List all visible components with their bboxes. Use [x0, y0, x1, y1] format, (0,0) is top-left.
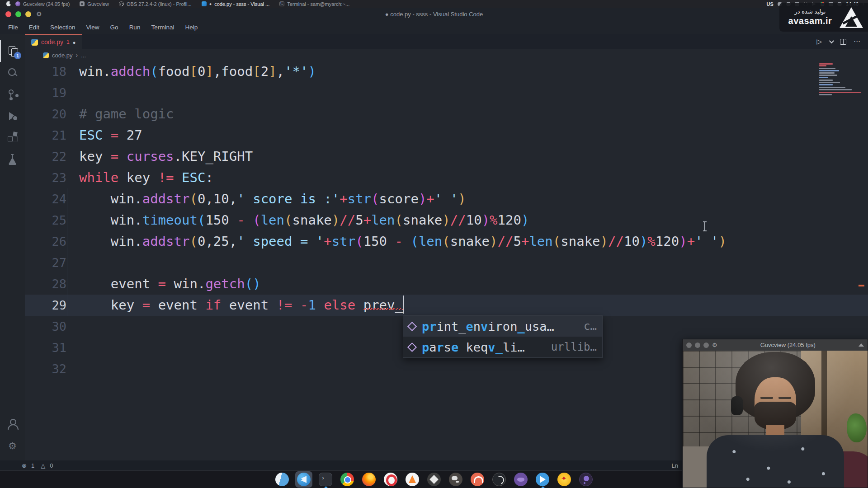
line-number: 22: [25, 146, 66, 167]
webcam-titlebar[interactable]: ⚙ Guvcview (24.05 fps): [683, 339, 868, 351]
dock-item-terminal[interactable]: [317, 471, 334, 488]
window-maximize-button[interactable]: [25, 11, 31, 17]
tab-label: code.py: [41, 38, 63, 46]
os-app-obs[interactable]: OBS 27.2.4-2 (linux) - Profil...: [119, 1, 192, 7]
tab-bar: code.py 1 ▷ ⋯: [25, 34, 868, 49]
activity-bar: 1 ⚙: [0, 34, 25, 460]
dock-item-blue-app[interactable]: [534, 471, 551, 488]
menu-help[interactable]: Help: [179, 22, 203, 33]
dock-item-purple-circle[interactable]: [577, 471, 594, 488]
os-app-camera[interactable]: Guvcview: [80, 1, 109, 7]
code-line-28[interactable]: 28 event = win.getch(): [25, 273, 868, 295]
activity-extensions[interactable]: [0, 127, 25, 149]
suggestion-item[interactable]: print_environ_usa…c…: [403, 316, 602, 337]
menu-selection[interactable]: Selection: [45, 22, 81, 33]
activity-source-control[interactable]: [0, 84, 25, 105]
breadcrumb-separator-icon: ›: [76, 52, 78, 59]
source-control-icon: [7, 89, 19, 100]
os-app-terminal[interactable]: Terminal - sam@myarch:~...: [279, 1, 349, 7]
suggestion-label: parse_keqv_li…: [422, 340, 525, 354]
dock-item-vlc[interactable]: [404, 471, 421, 488]
dock-item-obs[interactable]: [491, 471, 508, 488]
suggestion-item[interactable]: parse_keqv_li…urllib…: [403, 337, 602, 357]
webcam-minimize-button[interactable]: [695, 343, 700, 348]
keyboard-layout-indicator[interactable]: US: [767, 1, 774, 7]
dock-item-purple-app[interactable]: [512, 471, 529, 488]
line-number: 23: [25, 167, 66, 188]
line-content: win.addstr(0,25,' speed = '+str(150 - (l…: [66, 231, 726, 252]
code-line-18[interactable]: 18win.addch(food[0],food[2],'*'): [25, 61, 868, 82]
code-line-25[interactable]: 25 win.timeout(150 - (len(snake)//5+len(…: [25, 210, 868, 231]
webcam-shade-icon[interactable]: [859, 343, 864, 347]
code-line-27[interactable]: 27: [25, 252, 868, 273]
code-line-29[interactable]: 29 key = event if event != -1 else prev_: [25, 295, 868, 316]
menu-file[interactable]: File: [3, 22, 24, 33]
titlebar[interactable]: ⚙ ● code.py - ssss - Visual Studio Code: [0, 8, 868, 20]
activity-search[interactable]: [0, 62, 25, 84]
code-line-24[interactable]: 24 win.addstr(0,10,' score is :'+str(sco…: [25, 188, 868, 210]
tab-code-py[interactable]: code.py 1: [25, 34, 82, 49]
breadcrumb[interactable]: code.py › ...: [25, 49, 868, 61]
activity-explorer[interactable]: 1: [0, 40, 25, 62]
activity-run-debug[interactable]: [0, 105, 25, 127]
python-file-icon: [31, 39, 38, 46]
dock-item-firefox[interactable]: [360, 471, 377, 488]
code-line-21[interactable]: 21ESC = 27: [25, 125, 868, 146]
menu-edit[interactable]: Edit: [24, 22, 45, 33]
line-content: win.addstr(0,10,' score is :'+str(score)…: [66, 188, 466, 210]
intellisense-popup: print_environ_usa…c…parse_keqv_li…urllib…: [403, 315, 603, 358]
dock-item-vscode[interactable]: [295, 471, 312, 488]
code-line-23[interactable]: 23while key != ESC:: [25, 167, 868, 188]
os-app-vscode[interactable]: ●code.py - ssss - Visual ...: [202, 1, 270, 7]
suggestion-label: print_environ_usa…: [422, 319, 554, 333]
os-menu-bar: Guvcview (24.05 fps)GuvcviewOBS 27.2.4-2…: [0, 0, 868, 8]
code-line-20[interactable]: 20# game logic: [25, 103, 868, 125]
apple-menu-icon[interactable]: [6, 1, 11, 6]
line-number: 31: [25, 337, 66, 358]
window-gear-icon[interactable]: ⚙: [36, 10, 42, 18]
webcam-close-button[interactable]: [686, 343, 692, 348]
suggestion-detail: c…: [584, 320, 597, 333]
breadcrumb-file[interactable]: code.py: [52, 52, 73, 59]
run-dropdown-icon[interactable]: [829, 38, 834, 43]
problems-indicator[interactable]: ⊗ 1 △ 0: [22, 462, 53, 469]
webcam-window[interactable]: ⚙ Guvcview (24.05 fps): [682, 339, 868, 488]
webcam-maximize-button[interactable]: [703, 343, 709, 348]
menu-view[interactable]: View: [81, 22, 105, 33]
testing-icon: [8, 154, 18, 165]
mouse-ibeam-cursor: [704, 222, 705, 230]
dock-item-chrome[interactable]: [339, 471, 356, 488]
activity-account[interactable]: [0, 413, 25, 435]
dock-item-file-manager[interactable]: [274, 471, 291, 488]
line-content: [66, 82, 79, 103]
dock-item-inkscape[interactable]: [425, 471, 443, 488]
line-content: ESC = 27: [66, 125, 142, 146]
dock-item-gimp[interactable]: [447, 471, 464, 488]
line-number: 29: [25, 295, 66, 316]
activity-settings[interactable]: ⚙: [0, 435, 25, 457]
split-editor-button[interactable]: [840, 39, 846, 45]
breadcrumb-more[interactable]: ...: [81, 52, 86, 59]
activity-testing[interactable]: [0, 149, 25, 170]
more-actions-button[interactable]: ⋯: [854, 38, 861, 46]
dock-item-headset[interactable]: [469, 471, 486, 488]
menu-terminal[interactable]: Terminal: [146, 22, 179, 33]
line-content: event = win.getch(): [66, 273, 261, 295]
watermark-line2: avasam.ir: [786, 16, 835, 26]
code-line-22[interactable]: 22key = curses.KEY_RIGHT: [25, 146, 868, 167]
menu-run[interactable]: Run: [124, 22, 146, 33]
minimap[interactable]: [819, 63, 862, 99]
line-content: key = event if event != -1 else prev_: [66, 295, 404, 316]
window-minimize-button[interactable]: [15, 11, 21, 17]
dock-item-opera[interactable]: [382, 471, 399, 488]
tab-modified-dot[interactable]: [73, 38, 76, 46]
window-close-button[interactable]: [5, 11, 11, 17]
line-number: 21: [25, 125, 66, 146]
webcam-gear-icon[interactable]: ⚙: [712, 342, 717, 348]
code-line-19[interactable]: 19: [25, 82, 868, 103]
menu-go[interactable]: Go: [105, 22, 124, 33]
run-python-file-button[interactable]: ▷: [816, 38, 822, 46]
os-app-app-purple[interactable]: Guvcview (24.05 fps): [15, 1, 70, 7]
code-line-26[interactable]: 26 win.addstr(0,25,' speed = '+str(150 -…: [25, 231, 868, 252]
dock-item-yellow-app[interactable]: [556, 471, 573, 488]
